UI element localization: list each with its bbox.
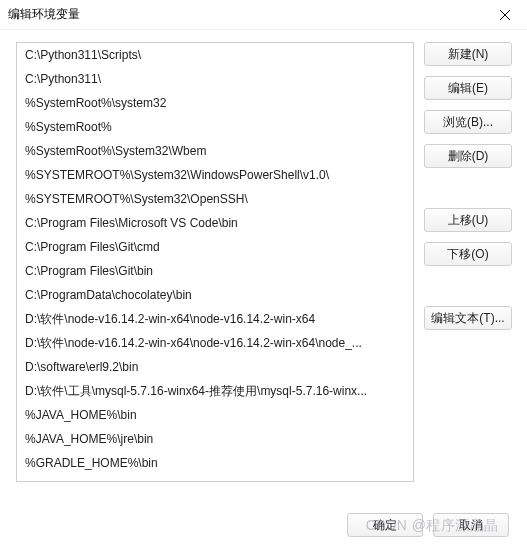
list-item[interactable]: %GRADLE_HOME%\bin	[17, 451, 413, 475]
delete-button[interactable]: 删除(D)	[424, 144, 512, 168]
browse-button[interactable]: 浏览(B)...	[424, 110, 512, 134]
close-icon	[500, 10, 510, 20]
titlebar: 编辑环境变量	[0, 0, 527, 30]
spacer	[424, 178, 512, 198]
edit-button[interactable]: 编辑(E)	[424, 76, 512, 100]
new-button[interactable]: 新建(N)	[424, 42, 512, 66]
edittext-button[interactable]: 编辑文本(T)...	[424, 306, 512, 330]
list-item[interactable]: %SystemRoot%\system32	[17, 91, 413, 115]
content-area: C:\Python311\Scripts\C:\Python311\%Syste…	[0, 30, 527, 482]
list-item[interactable]: %SystemRoot%	[17, 115, 413, 139]
button-column: 新建(N) 编辑(E) 浏览(B)... 删除(D) 上移(U) 下移(O) 编…	[424, 42, 512, 482]
list-item[interactable]: C:\Python311\	[17, 67, 413, 91]
movedown-button[interactable]: 下移(O)	[424, 242, 512, 266]
list-item[interactable]: C:\Program Files\Git\bin	[17, 259, 413, 283]
list-item[interactable]: %SYSTEMROOT%\System32\OpenSSH\	[17, 187, 413, 211]
list-item[interactable]: %JAVA_HOME%\jre\bin	[17, 427, 413, 451]
list-item[interactable]: C:\Program Files\Git\cmd	[17, 235, 413, 259]
list-item[interactable]: %JAVA_HOME%\bin	[17, 403, 413, 427]
list-item[interactable]: %SystemRoot%\System32\Wbem	[17, 139, 413, 163]
window-title: 编辑环境变量	[8, 6, 80, 23]
path-listbox[interactable]: C:\Python311\Scripts\C:\Python311\%Syste…	[16, 42, 414, 482]
list-item[interactable]: C:\Program Files\MongoDB\Server\6.0\bin	[17, 475, 413, 482]
list-item[interactable]: D:\software\erl9.2\bin	[17, 355, 413, 379]
spacer	[424, 276, 512, 296]
close-button[interactable]	[483, 0, 527, 30]
list-item[interactable]: C:\Python311\Scripts\	[17, 43, 413, 67]
list-item[interactable]: D:\软件\node-v16.14.2-win-x64\node-v16.14.…	[17, 307, 413, 331]
footer-buttons: 确定 取消	[347, 513, 509, 537]
moveup-button[interactable]: 上移(U)	[424, 208, 512, 232]
list-item[interactable]: D:\软件\node-v16.14.2-win-x64\node-v16.14.…	[17, 331, 413, 355]
list-item[interactable]: %SYSTEMROOT%\System32\WindowsPowerShell\…	[17, 163, 413, 187]
ok-button[interactable]: 确定	[347, 513, 423, 537]
list-item[interactable]: D:\软件\工具\mysql-5.7.16-winx64-推荐使用\mysql-…	[17, 379, 413, 403]
list-item[interactable]: C:\Program Files\Microsoft VS Code\bin	[17, 211, 413, 235]
cancel-button[interactable]: 取消	[433, 513, 509, 537]
list-item[interactable]: C:\ProgramData\chocolatey\bin	[17, 283, 413, 307]
